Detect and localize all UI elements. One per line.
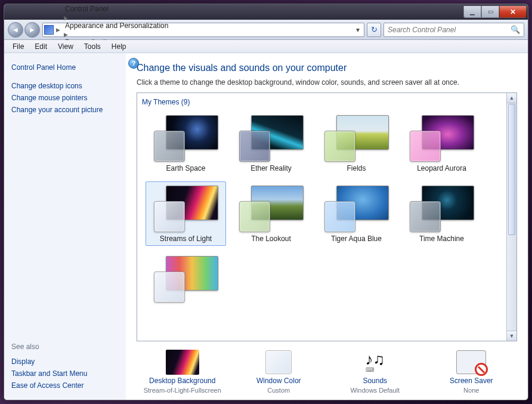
see-also-ease-of-access-center[interactable]: Ease of Access Center (11, 380, 119, 391)
setting-value: None (463, 387, 479, 394)
control-panel-icon (44, 25, 54, 35)
saver-icon (454, 350, 488, 375)
address-dropdown[interactable]: ▾ (353, 26, 363, 34)
window-color-preview (410, 131, 441, 162)
theme-label: Leopard Aurora (417, 164, 466, 172)
forward-icon: ► (29, 26, 36, 34)
setting-sounds[interactable]: ♪♫⌨SoundsWindows Default (333, 350, 417, 394)
minimize-icon: ▁ (470, 8, 475, 15)
theme-ether-reality[interactable]: Ether Reality (231, 111, 311, 175)
theme-earth-space[interactable]: Earth Space (146, 111, 226, 175)
see-also-display[interactable]: Display (11, 356, 119, 368)
menu-edit[interactable]: Edit (30, 41, 52, 52)
menu-file[interactable]: File (8, 41, 29, 52)
theme-label: Ether Reality (250, 164, 292, 172)
chevron-icon: ▶ (63, 15, 69, 21)
search-box[interactable]: 🔍 (383, 23, 524, 37)
menu-help[interactable]: Help (107, 41, 131, 52)
window-color-preview (154, 201, 185, 232)
scroll-up-button[interactable]: ▲ (507, 93, 516, 103)
theme-label: Streams of Light (160, 235, 212, 243)
help-button[interactable]: ? (128, 58, 139, 69)
theme-tiger-aqua-blue[interactable]: Tiger Aqua Blue (316, 181, 397, 246)
breadcrumb-control-panel[interactable]: Control Panel (63, 5, 171, 13)
search-icon: 🔍 (511, 25, 520, 34)
window-color-preview (154, 131, 185, 162)
scroll-thumb[interactable] (508, 104, 515, 235)
close-button[interactable]: ✕ (499, 6, 527, 18)
window-color-preview (239, 201, 270, 232)
theme-untitled[interactable] (146, 252, 226, 308)
menu-tools[interactable]: Tools (79, 41, 106, 52)
theme-thumbnail (239, 186, 304, 232)
theme-label: Fields (347, 164, 366, 172)
theme-label: The Lookout (251, 235, 291, 243)
theme-leopard-aurora[interactable]: Leopard Aurora (401, 111, 482, 175)
sidebar-link-change-mouse-pointers[interactable]: Change mouse pointers (11, 92, 119, 104)
themes-group-header: My Themes (9) (142, 97, 512, 111)
window-color-preview (324, 201, 355, 232)
setting-value: Stream-of-Light-Fullscreen (144, 387, 221, 394)
setting-window-color[interactable]: Window ColorCustom (237, 350, 320, 394)
help-icon: ? (132, 60, 136, 67)
setting-label: Window Color (256, 377, 301, 385)
chevron-icon: ▶ (55, 27, 61, 33)
main-panel: Change the visuals and sounds on your co… (126, 53, 528, 400)
caption-buttons: ▁ ▭ ✕ (463, 6, 527, 18)
scrollbar[interactable]: ▲ ▼ (506, 93, 516, 341)
setting-value: Windows Default (350, 387, 400, 394)
theme-time-machine[interactable]: Time Machine (401, 181, 482, 246)
setting-label: Screen Saver (450, 377, 493, 385)
window-color-preview (410, 201, 441, 232)
window-color-preview (324, 131, 355, 162)
sidebar: ? Control Panel Home Change desktop icon… (4, 53, 126, 400)
control-panel-home-link[interactable]: Control Panel Home (11, 61, 119, 78)
settings-row: Desktop BackgroundStream-of-Light-Fullsc… (137, 341, 517, 394)
theme-streams-of-light[interactable]: Streams of Light (146, 181, 226, 246)
page-subtitle: Click a theme to change the desktop back… (137, 78, 517, 87)
breadcrumb-appearance-and-personalization[interactable]: Appearance and Personalization (63, 21, 171, 30)
theme-fields[interactable]: Fields (316, 111, 397, 175)
theme-label: Time Machine (419, 235, 464, 243)
theme-thumbnail (410, 186, 474, 232)
setting-value: Custom (267, 387, 290, 394)
sidebar-link-change-desktop-icons[interactable]: Change desktop icons (11, 80, 119, 92)
chevron-icon: ▶ (63, 32, 69, 38)
refresh-icon: ↻ (371, 25, 378, 34)
theme-thumbnail (324, 115, 389, 162)
setting-label: Desktop Background (149, 377, 215, 385)
back-button[interactable]: ◄ (8, 22, 23, 38)
refresh-button[interactable]: ↻ (367, 23, 381, 37)
theme-thumbnail (154, 256, 218, 303)
forward-button[interactable]: ► (24, 22, 40, 38)
page-title: Change the visuals and sounds on your co… (137, 63, 517, 73)
navigation-bar: ◄ ► ▶ Control Panel▶Appearance and Perso… (4, 20, 528, 40)
window-color-preview (154, 272, 185, 303)
sidebar-link-change-your-account-picture[interactable]: Change your account picture (11, 104, 119, 116)
setting-screen-saver[interactable]: Screen SaverNone (429, 350, 513, 394)
window-color-preview (239, 131, 270, 162)
scroll-down-button[interactable]: ▼ (507, 331, 516, 341)
theme-thumbnail (154, 115, 218, 162)
address-bar[interactable]: ▶ Control Panel▶Appearance and Personali… (42, 23, 364, 37)
maximize-icon: ▭ (488, 8, 493, 15)
theme-thumbnail (324, 186, 389, 232)
theme-the-lookout[interactable]: The Lookout (231, 181, 311, 246)
theme-thumbnail (154, 186, 218, 232)
see-also-heading: See also (11, 341, 119, 353)
sounds-icon: ♪♫⌨ (358, 350, 392, 375)
setting-label: Sounds (363, 377, 387, 385)
bg-icon (166, 350, 199, 375)
close-icon: ✕ (510, 8, 516, 16)
theme-label: Tiger Aqua Blue (331, 235, 382, 243)
search-input[interactable] (388, 26, 511, 34)
minimize-button[interactable]: ▁ (463, 6, 481, 18)
maximize-button[interactable]: ▭ (481, 6, 499, 18)
theme-thumbnail (239, 115, 304, 162)
see-also-taskbar-and-start-menu[interactable]: Taskbar and Start Menu (11, 368, 119, 380)
menu-view[interactable]: View (53, 41, 78, 52)
themes-frame: My Themes (9) Earth SpaceEther RealityFi… (137, 92, 517, 341)
setting-desktop-background[interactable]: Desktop BackgroundStream-of-Light-Fullsc… (141, 350, 224, 394)
color-icon (262, 350, 295, 375)
nav-arrows: ◄ ► (8, 22, 40, 38)
